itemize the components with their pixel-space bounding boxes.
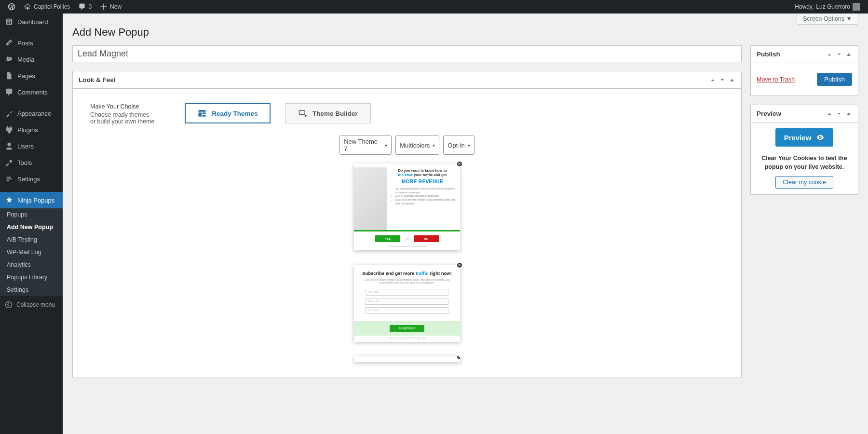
- eye-icon: [816, 133, 825, 142]
- builder-icon: [298, 108, 308, 118]
- choice-description: Make Your Choise Choose ready themes or …: [83, 103, 175, 125]
- howdy-user[interactable]: Howdy, Luz Guerroro: [792, 3, 863, 11]
- svg-point-0: [6, 302, 12, 308]
- page-title: Add New Popup: [72, 26, 858, 39]
- yes-button-preview: YES: [375, 235, 400, 242]
- theme-preview-1[interactable]: ✕ Do you want to know how toincrease you…: [354, 163, 460, 250]
- wp-logo-icon[interactable]: [5, 3, 18, 11]
- menu-pages[interactable]: Pages: [0, 68, 63, 84]
- comments-bubble[interactable]: 0: [75, 3, 95, 11]
- submenu-analytics[interactable]: Analytics: [0, 258, 63, 271]
- clear-cookie-button[interactable]: Clear my cookie: [775, 176, 833, 189]
- select-type[interactable]: Opt-in▾: [443, 136, 474, 155]
- menu-users[interactable]: Users: [0, 138, 63, 154]
- preview-note: Clear Your Cookies to test the popup on …: [757, 154, 852, 171]
- chevron-up-icon[interactable]: [826, 51, 833, 58]
- menu-plugins[interactable]: Plugins: [0, 122, 63, 138]
- screen-options-toggle[interactable]: Screen Options ▼: [797, 14, 858, 25]
- chevron-down-icon[interactable]: [836, 110, 842, 117]
- menu-ninja-popups[interactable]: Ninja Popups: [0, 192, 63, 208]
- preview-header: Preview: [757, 110, 781, 117]
- submenu-ab-testing[interactable]: A/B Testing: [0, 233, 63, 246]
- menu-comments[interactable]: Comments: [0, 84, 63, 100]
- menu-appearance[interactable]: Appearance: [0, 105, 63, 122]
- menu-posts[interactable]: Posts: [0, 35, 63, 51]
- move-to-trash-link[interactable]: Move to Trash: [757, 76, 795, 83]
- collapse-menu[interactable]: Collapse menu: [0, 296, 63, 313]
- tab-ready-themes[interactable]: Ready Themes: [185, 103, 271, 123]
- theme-preview-3[interactable]: ✕: [354, 356, 460, 362]
- email-input-preview: Your e-mail: [366, 298, 448, 305]
- preview-box: Preview Preview Clear Your Cookies to te: [750, 105, 858, 195]
- submenu-popups-library[interactable]: Popups Library: [0, 271, 63, 284]
- themes-icon: [197, 108, 207, 118]
- chevron-down-icon[interactable]: [719, 77, 726, 83]
- close-icon: ✕: [456, 161, 463, 167]
- preview-button[interactable]: Preview: [775, 128, 834, 147]
- main-content: Screen Options ▼ Add New Popup Look & Fe…: [63, 14, 868, 434]
- publish-button[interactable]: Publish: [817, 73, 852, 86]
- name-input-preview: Your name: [366, 289, 448, 296]
- tab-theme-builder[interactable]: Theme Builder: [285, 103, 371, 123]
- phone-input-preview: Your phone: [366, 307, 448, 314]
- menu-dashboard[interactable]: Dashboard: [0, 14, 63, 30]
- submenu-wp-mail-log[interactable]: WP-Mail Log: [0, 246, 63, 258]
- triangle-up-icon[interactable]: [845, 51, 852, 58]
- triangle-up-icon[interactable]: [845, 110, 852, 117]
- submenu-settings[interactable]: Settings: [0, 284, 63, 296]
- publish-header: Publish: [757, 51, 780, 58]
- look-feel-header: Look & Feel: [79, 76, 116, 83]
- select-color[interactable]: Multicolors▾: [395, 136, 439, 155]
- avatar: [853, 3, 860, 11]
- menu-tools[interactable]: Tools: [0, 154, 63, 171]
- man-image-placeholder: [354, 167, 387, 230]
- popup-title-input[interactable]: [72, 45, 742, 62]
- publish-box: Publish Move to Trash Publish: [750, 45, 858, 96]
- subscribe-button-preview: SUBSCRIBE: [390, 325, 424, 332]
- chevron-down-icon[interactable]: [836, 51, 842, 58]
- admin-toolbar: Capitol Follies 0 New Howdy, Luz Guerror…: [0, 0, 868, 14]
- submenu-popups[interactable]: Popups: [0, 208, 63, 221]
- site-name-link[interactable]: Capitol Follies: [21, 3, 73, 11]
- no-button-preview: NO: [414, 235, 439, 242]
- theme-preview-2[interactable]: ✕ Subscribe and get more traffic right n…: [354, 265, 460, 342]
- menu-media[interactable]: Media: [0, 51, 63, 68]
- chevron-up-icon[interactable]: [826, 110, 833, 117]
- triangle-up-icon[interactable]: [729, 77, 735, 83]
- close-icon: ✕: [456, 262, 463, 269]
- select-theme[interactable]: New Theme 7▾: [339, 136, 392, 155]
- admin-sidebar: Dashboard Posts Media Pages Comments App…: [0, 14, 63, 434]
- chevron-up-icon[interactable]: [709, 77, 716, 83]
- new-content-link[interactable]: New: [97, 3, 124, 11]
- submenu-ninja-popups: Popups Add New Popup A/B Testing WP-Mail…: [0, 208, 63, 296]
- look-and-feel-box: Look & Feel Make Your Choise Choose read…: [72, 71, 742, 378]
- menu-settings[interactable]: Settings: [0, 171, 63, 187]
- submenu-add-new[interactable]: Add New Popup: [0, 221, 63, 233]
